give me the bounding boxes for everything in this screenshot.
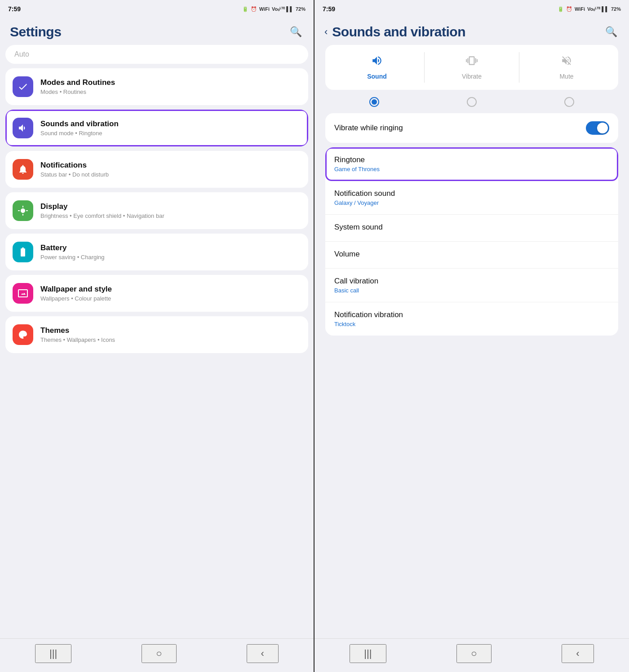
r-signal-icon: Vo₀ᴸᵀᴱ ▌▌ (587, 6, 609, 12)
themes-title: Themes (40, 326, 301, 335)
notif-sub: Status bar • Do not disturb (40, 171, 301, 178)
auto-pill: Auto (5, 45, 308, 64)
left-panel: 7:59 🔋 ⏰ WiFi Vo₀ᴸᵀᴱ ▌▌ 72% Settings 🔍 A… (0, 0, 314, 672)
vibrate-tab-icon (466, 55, 478, 69)
themes-text: Themes Themes • Wallpapers • Icons (40, 326, 301, 343)
display-sub: Brightness • Eye comfort shield • Naviga… (40, 212, 301, 219)
modes-group: Modes and Routines Modes • Routines (5, 68, 308, 105)
modes-icon (13, 76, 33, 97)
display-text: Display Brightness • Eye comfort shield … (40, 202, 301, 219)
left-bottom-nav: ||| ○ ‹ (0, 638, 314, 672)
settings-item-notif[interactable]: Notifications Status bar • Do not distur… (5, 151, 308, 188)
display-icon (13, 200, 33, 221)
tab-mute[interactable]: Mute (519, 52, 614, 83)
notification-vibration-left: Notification vibration Ticktock (334, 310, 403, 327)
notification-sound-item[interactable]: Notification sound Galaxy / Voyager (325, 181, 618, 215)
back-button[interactable]: ‹ (324, 26, 328, 38)
settings-item-sound[interactable]: Sounds and vibration Sound mode • Ringto… (5, 110, 308, 146)
radio-vibrate[interactable] (423, 94, 520, 113)
system-sound-left: System sound (334, 223, 383, 233)
sound-icon (13, 118, 33, 138)
notification-vibration-title: Notification vibration (334, 310, 403, 319)
volume-item[interactable]: Volume (325, 242, 618, 269)
vibrate-while-ringing-row: Vibrate while ringing (325, 113, 618, 143)
battery-group: Battery Power saving • Charging (5, 234, 308, 270)
modes-sub: Modes • Routines (40, 88, 301, 95)
ringtone-item[interactable]: Ringtone Game of Thrones (325, 147, 618, 181)
call-vibration-left: Call vibration Basic call (334, 277, 378, 294)
right-scroll-area: Sound Vibrate Mute (314, 45, 629, 638)
settings-item-themes[interactable]: Themes Themes • Wallpapers • Icons (5, 316, 308, 353)
radio-mute-outer (564, 97, 574, 107)
settings-item-wallpaper[interactable]: Wallpaper and style Wallpapers • Colour … (5, 275, 308, 312)
left-page-title: Settings (10, 24, 61, 40)
settings-item-display[interactable]: Display Brightness • Eye comfort shield … (5, 192, 308, 229)
radio-row (325, 94, 618, 113)
left-nav-home[interactable]: ○ (142, 644, 176, 663)
wallpaper-group: Wallpaper and style Wallpapers • Colour … (5, 275, 308, 312)
signal-icon: Vo₀ᴸᵀᴱ ▌▌ (272, 6, 293, 12)
call-vibration-title: Call vibration (334, 277, 378, 286)
display-title: Display (40, 202, 301, 211)
themes-sub: Themes • Wallpapers • Icons (40, 336, 301, 343)
sound-sub: Sound mode • Ringtone (40, 130, 301, 137)
modes-text: Modes and Routines Modes • Routines (40, 78, 301, 95)
themes-group: Themes Themes • Wallpapers • Icons (5, 316, 308, 353)
ringtone-title: Ringtone (334, 155, 380, 164)
notification-vibration-item[interactable]: Notification vibration Ticktock (325, 302, 618, 336)
system-sound-title: System sound (334, 223, 383, 232)
left-header: Settings 🔍 (0, 16, 314, 45)
volume-left: Volume (334, 250, 360, 260)
ringtone-sub: Game of Thrones (334, 166, 380, 172)
left-time: 7:59 (8, 5, 21, 13)
left-nav-menu[interactable]: ||| (35, 644, 71, 663)
notification-sound-left: Notification sound Galaxy / Voyager (334, 189, 395, 206)
right-nav-menu[interactable]: ||| (350, 644, 386, 663)
left-search-button[interactable]: 🔍 (288, 24, 304, 40)
right-header-left: ‹ Sounds and vibration (324, 24, 465, 40)
r-battery-percent: 72% (611, 6, 621, 12)
r-alarm-icon: ⏰ (566, 6, 572, 12)
mute-tab-icon (561, 55, 572, 69)
battery-title: Battery (40, 243, 301, 252)
right-nav-back[interactable]: ‹ (562, 644, 594, 663)
radio-sound-outer (369, 97, 379, 107)
right-page-title: Sounds and vibration (332, 24, 465, 40)
notification-sound-sub: Galaxy / Voyager (334, 199, 395, 206)
sound-text: Sounds and vibration Sound mode • Ringto… (40, 119, 301, 137)
radio-mute[interactable] (521, 94, 618, 113)
left-nav-back[interactable]: ‹ (247, 644, 279, 663)
wallpaper-sub: Wallpapers • Colour palette (40, 295, 301, 302)
tab-sound[interactable]: Sound (330, 52, 425, 83)
volume-title: Volume (334, 250, 360, 259)
sound-title: Sounds and vibration (40, 119, 301, 128)
right-time: 7:59 (323, 5, 335, 13)
alarm-icon: ⏰ (251, 6, 257, 12)
right-header: ‹ Sounds and vibration 🔍 (314, 16, 629, 45)
call-vibration-item[interactable]: Call vibration Basic call (325, 269, 618, 302)
right-panel: 7:59 🔋 ⏰ WiFi Vo₀ᴸᵀᴱ ▌▌ 72% ‹ Sounds and… (314, 0, 629, 672)
left-status-bar: 7:59 🔋 ⏰ WiFi Vo₀ᴸᵀᴱ ▌▌ 72% (0, 0, 314, 16)
modes-title: Modes and Routines (40, 78, 301, 87)
ringtone-left: Ringtone Game of Thrones (334, 155, 380, 172)
settings-item-battery[interactable]: Battery Power saving • Charging (5, 234, 308, 270)
vibrate-while-ringing-label: Vibrate while ringing (334, 124, 403, 133)
tab-vibrate[interactable]: Vibrate (425, 52, 519, 83)
wallpaper-icon (13, 283, 33, 304)
right-nav-home[interactable]: ○ (456, 644, 491, 663)
system-sound-item[interactable]: System sound (325, 215, 618, 242)
radio-vibrate-outer (467, 97, 477, 107)
vibrate-while-ringing-toggle[interactable] (586, 121, 609, 135)
battery-percent: 72% (296, 6, 306, 12)
battery-settings-icon (13, 242, 33, 262)
right-search-button[interactable]: 🔍 (603, 24, 619, 40)
notif-group: Notifications Status bar • Do not distur… (5, 151, 308, 188)
r-wifi-icon: WiFi (575, 6, 585, 12)
left-scroll-area: Auto Modes and Routines Modes • Routines (0, 45, 314, 638)
settings-item-modes[interactable]: Modes and Routines Modes • Routines (5, 68, 308, 105)
radio-sound[interactable] (325, 94, 423, 113)
right-status-bar: 7:59 🔋 ⏰ WiFi Vo₀ᴸᵀᴱ ▌▌ 72% (314, 0, 629, 16)
sound-tab-label: Sound (367, 73, 387, 80)
right-bottom-nav: ||| ○ ‹ (314, 638, 629, 672)
battery-sub: Power saving • Charging (40, 254, 301, 261)
